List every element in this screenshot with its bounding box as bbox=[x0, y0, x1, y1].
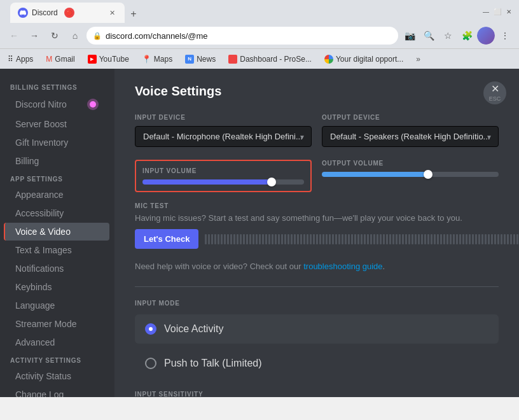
sidebar-item-appearance[interactable]: Appearance bbox=[5, 186, 109, 204]
sidebar-item-boost[interactable]: Server Boost bbox=[5, 115, 109, 133]
vis-bar bbox=[485, 234, 487, 244]
sidebar-item-gift[interactable]: Gift Inventory bbox=[5, 134, 109, 151]
vis-bar bbox=[434, 234, 436, 244]
sidebar-item-activity-status[interactable]: Activity Status bbox=[5, 367, 109, 385]
vis-bar bbox=[383, 234, 385, 244]
troubleshooting-link[interactable]: troubleshooting guide bbox=[303, 262, 382, 271]
search-button[interactable]: 🔍 bbox=[420, 27, 438, 45]
vis-bar bbox=[246, 234, 248, 244]
close-icon: ✕ bbox=[491, 84, 499, 94]
output-device-select-wrap: Default - Speakers (Realtek High Definit… bbox=[322, 126, 499, 147]
bookmark-youtube[interactable]: ▶ YouTube bbox=[85, 53, 132, 65]
vis-bar bbox=[240, 234, 242, 244]
bookmark-news[interactable]: N News bbox=[183, 53, 218, 65]
bookmark-apps[interactable]: ⠿ Apps bbox=[5, 53, 36, 65]
forward-button[interactable]: → bbox=[25, 27, 43, 45]
help-text-prefix: Need help with voice or video? Check out… bbox=[135, 262, 303, 271]
extensions-button[interactable]: 🧩 bbox=[458, 27, 476, 45]
new-tab-button[interactable]: + bbox=[125, 5, 142, 23]
mic-test-section: MIC TEST Having mic issues? Start a test… bbox=[135, 202, 499, 249]
vis-bar bbox=[227, 234, 229, 244]
vis-bar bbox=[253, 234, 254, 244]
voice-activity-option[interactable]: Voice Activity bbox=[135, 314, 499, 344]
bookmark-gmail[interactable]: M Gmail bbox=[43, 53, 77, 65]
profile-avatar[interactable] bbox=[477, 27, 495, 45]
vis-bar bbox=[211, 234, 213, 244]
sidebar-item-nitro[interactable]: Discord Nitro bbox=[5, 94, 109, 115]
maximize-button[interactable]: ⬜ bbox=[492, 6, 502, 17]
sidebar-item-changelog[interactable]: Change Log bbox=[5, 386, 109, 397]
news-favicon: N bbox=[185, 55, 194, 64]
output-volume-label: OUTPUT VOLUME bbox=[322, 160, 499, 167]
sidebar-item-streamer[interactable]: Streamer Mode bbox=[5, 315, 109, 333]
home-button[interactable]: ⌂ bbox=[66, 27, 84, 45]
back-button[interactable]: ← bbox=[5, 27, 23, 45]
output-device-select[interactable]: Default - Speakers (Realtek High Definit… bbox=[322, 126, 499, 147]
app-header: APP SETTINGS bbox=[0, 171, 114, 185]
vis-bar bbox=[354, 234, 356, 244]
main-content: ✕ ESC Voice Settings INPUT DEVICE Defaul… bbox=[114, 69, 519, 397]
sidebar-item-notifications[interactable]: Notifications bbox=[5, 260, 109, 277]
push-to-talk-radio[interactable] bbox=[145, 358, 156, 369]
vis-bar bbox=[281, 234, 283, 244]
output-device-group: OUTPUT DEVICE Default - Speakers (Realte… bbox=[322, 114, 499, 147]
vis-bar bbox=[319, 234, 321, 244]
vis-bar bbox=[313, 234, 315, 244]
vis-bar bbox=[316, 234, 318, 244]
vis-bar bbox=[230, 234, 232, 244]
sidebar-item-voice-video[interactable]: Voice & Video bbox=[4, 223, 109, 241]
input-device-select[interactable]: Default - Microphone (Realtek High Defin… bbox=[135, 126, 312, 147]
vis-bar bbox=[351, 234, 353, 244]
bookmark-label: Dashboard - ProSe... bbox=[240, 55, 312, 64]
camera-button[interactable]: 📷 bbox=[401, 27, 419, 45]
minimize-button[interactable]: — bbox=[481, 6, 491, 17]
sidebar-item-accessibility[interactable]: Accessibility bbox=[5, 204, 109, 222]
vis-bar bbox=[297, 234, 299, 244]
dashboard-favicon bbox=[228, 55, 237, 64]
bookmark-google[interactable]: Your digital opport... bbox=[322, 53, 406, 65]
sidebar-item-advanced[interactable]: Advanced bbox=[5, 333, 109, 351]
sidebar-item-language[interactable]: Language bbox=[5, 297, 109, 314]
star-button[interactable]: ☆ bbox=[439, 27, 457, 45]
input-volume-slider[interactable] bbox=[142, 179, 304, 185]
voice-activity-radio[interactable] bbox=[145, 323, 156, 335]
sidebar-item-text-images[interactable]: Text & Images bbox=[5, 241, 109, 259]
vis-bar bbox=[377, 234, 378, 244]
vis-bar bbox=[424, 234, 426, 244]
reload-button[interactable]: ↻ bbox=[46, 27, 64, 45]
close-settings-button[interactable]: ✕ ESC bbox=[483, 81, 506, 104]
vis-bar bbox=[450, 234, 452, 244]
vis-bar bbox=[386, 234, 388, 244]
vis-bar bbox=[237, 234, 239, 244]
youtube-favicon: ▶ bbox=[88, 55, 97, 64]
input-sensitivity-label: INPUT SENSITIVITY bbox=[135, 391, 499, 397]
tab-close-button[interactable]: ✕ bbox=[107, 8, 117, 18]
sidebar-item-keybinds[interactable]: Keybinds bbox=[5, 278, 109, 296]
vis-bar bbox=[402, 234, 404, 244]
output-volume-thumb[interactable] bbox=[424, 170, 432, 179]
vis-bar bbox=[357, 234, 359, 244]
vis-bar bbox=[272, 234, 273, 244]
bookmark-dashboard[interactable]: Dashboard - ProSe... bbox=[226, 53, 314, 65]
lets-check-button[interactable]: Let's Check bbox=[135, 229, 198, 249]
vis-bar bbox=[284, 234, 286, 244]
push-to-talk-option[interactable]: Push to Talk (Limited) bbox=[135, 349, 499, 378]
vis-bar bbox=[475, 234, 477, 244]
voice-activity-label: Voice Activity bbox=[164, 323, 223, 335]
sidebar-item-billing[interactable]: Billing bbox=[5, 152, 109, 170]
address-bar[interactable]: 🔒 discord.com/channels/@me bbox=[86, 27, 398, 45]
vis-bar bbox=[469, 234, 471, 244]
input-volume-thumb[interactable] bbox=[267, 178, 276, 186]
vis-bar bbox=[412, 234, 413, 244]
input-sensitivity-section: INPUT SENSITIVITY bbox=[135, 391, 499, 397]
menu-button[interactable]: ⋮ bbox=[496, 27, 514, 45]
browser-tab[interactable]: Discord 🔴 ✕ bbox=[10, 3, 125, 23]
output-volume-slider[interactable] bbox=[322, 172, 499, 177]
vis-bar bbox=[491, 234, 493, 244]
bookmark-maps[interactable]: 📍 Maps bbox=[139, 53, 175, 65]
close-window-button[interactable]: ✕ bbox=[504, 6, 514, 17]
more-bookmarks[interactable]: » bbox=[416, 55, 420, 64]
sidebar-item-label: Appearance bbox=[15, 190, 64, 200]
input-device-select-wrap: Default - Microphone (Realtek High Defin… bbox=[135, 126, 312, 147]
tab-audio-icon: 🔴 bbox=[64, 8, 74, 18]
